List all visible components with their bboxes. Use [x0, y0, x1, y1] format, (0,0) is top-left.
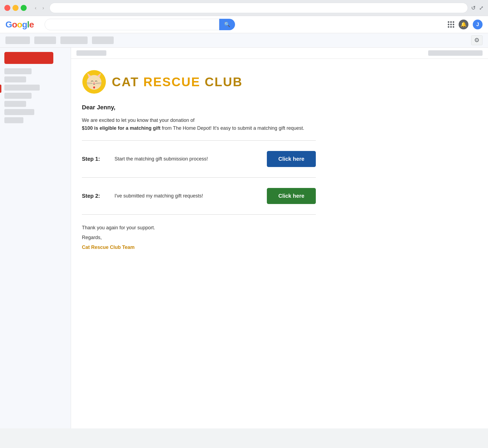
- step2-click-button[interactable]: Click here: [267, 188, 316, 204]
- expand-icon[interactable]: ⤢: [479, 5, 484, 11]
- toolbar-item-1: [5, 36, 30, 44]
- email-header-left: [76, 50, 106, 56]
- traffic-lights: [4, 5, 27, 11]
- sidebar-item-6[interactable]: [4, 109, 34, 115]
- org-name-rescue: RESCUE: [143, 75, 200, 89]
- email-content: CAT RESCUE CLUB Dear Jenny, We are excit…: [71, 59, 329, 263]
- email-body-text: We are excited to let you know that your…: [82, 116, 316, 132]
- steps-divider-bottom: [82, 214, 316, 215]
- avatar[interactable]: J: [473, 20, 483, 29]
- settings-button[interactable]: ⚙: [471, 35, 483, 45]
- footer-line1: Thank you again for your support.: [82, 223, 316, 233]
- google-search-button[interactable]: 🔍: [219, 19, 235, 30]
- notification-icon[interactable]: 🔔: [459, 20, 468, 29]
- step1-description: Start the matching gift submission proce…: [115, 155, 261, 163]
- logo-l: l: [27, 20, 29, 30]
- logo-o2: o: [17, 20, 22, 30]
- body-text-bold: $100 is eligible for a matching gift: [82, 125, 160, 131]
- sidebar: [0, 48, 71, 428]
- org-header: CAT RESCUE CLUB: [82, 70, 316, 94]
- email-footer: Thank you again for your support. Regard…: [82, 223, 316, 252]
- browser-titlebar: ‹ › ↺ ⤢: [0, 0, 488, 16]
- traffic-light-green[interactable]: [21, 5, 27, 11]
- sidebar-active-indicator: [0, 85, 1, 93]
- step-1-row: Step 1: Start the matching gift submissi…: [82, 143, 316, 175]
- step1-label: Step 1:: [82, 156, 109, 162]
- gmail-toolbar: ⚙: [0, 33, 488, 48]
- compose-button[interactable]: [4, 52, 53, 64]
- google-search-input[interactable]: [45, 19, 219, 30]
- sidebar-item-7[interactable]: [4, 117, 23, 123]
- email-header-right: [428, 50, 483, 56]
- address-bar-container: [50, 3, 468, 13]
- logo-G: G: [5, 20, 12, 30]
- email-list-header: [71, 48, 488, 59]
- step-2-row: Step 2: I've submitted my matching gift …: [82, 180, 316, 212]
- sidebar-item-5[interactable]: [4, 101, 26, 107]
- footer-line2: Regards,: [82, 233, 316, 242]
- main-layout: CAT RESCUE CLUB Dear Jenny, We are excit…: [0, 48, 488, 428]
- google-logo: G o o g l e: [5, 20, 34, 30]
- sidebar-item-3[interactable]: [4, 85, 40, 91]
- gear-icon: ⚙: [474, 37, 480, 44]
- svg-point-6: [93, 82, 95, 84]
- google-header-right: 🔔 J: [448, 20, 483, 29]
- address-bar[interactable]: [50, 3, 468, 13]
- logo-e: e: [29, 20, 34, 30]
- toolbar-item-4[interactable]: [92, 36, 114, 44]
- step2-label: Step 2:: [82, 193, 109, 199]
- logo-g: g: [22, 20, 27, 30]
- traffic-light-red[interactable]: [4, 5, 10, 11]
- step2-description: I've submitted my matching gift requests…: [115, 192, 261, 200]
- refresh-icon[interactable]: ↺: [471, 5, 476, 11]
- sidebar-item-2[interactable]: [4, 76, 26, 82]
- search-icon: 🔍: [224, 22, 230, 27]
- forward-button[interactable]: ›: [40, 4, 46, 12]
- footer-team: Cat Rescue Club Team: [82, 242, 316, 252]
- step1-click-button[interactable]: Click here: [267, 151, 316, 167]
- back-button[interactable]: ‹: [33, 4, 39, 12]
- org-name: CAT RESCUE CLUB: [112, 75, 243, 89]
- apps-grid-icon[interactable]: [448, 21, 454, 28]
- toolbar-item-2[interactable]: [34, 36, 56, 44]
- traffic-light-yellow[interactable]: [13, 5, 18, 11]
- body-text-line2: from The Home Depot! It's easy to submit…: [162, 125, 304, 131]
- body-text-line1: We are excited to let you know that your…: [82, 118, 194, 123]
- org-name-club: CLUB: [205, 75, 243, 89]
- steps-divider-top: [82, 140, 316, 141]
- sidebar-item-4[interactable]: [4, 93, 32, 99]
- email-greeting: Dear Jenny,: [82, 104, 316, 111]
- nav-buttons: ‹ ›: [33, 4, 46, 12]
- browser-chrome: ‹ › ↺ ⤢: [0, 0, 488, 16]
- bell-icon: 🔔: [461, 21, 467, 27]
- email-area: CAT RESCUE CLUB Dear Jenny, We are excit…: [71, 48, 488, 428]
- cat-logo-image: [82, 70, 106, 94]
- google-search-container: 🔍: [45, 19, 235, 30]
- steps-divider-middle: [82, 177, 316, 178]
- sidebar-item-1[interactable]: [4, 68, 32, 74]
- google-header: G o o g l e 🔍 🔔 J: [0, 16, 488, 33]
- org-name-cat: CAT: [112, 75, 139, 89]
- toolbar-item-3[interactable]: [60, 36, 88, 44]
- logo-o1: o: [12, 20, 17, 30]
